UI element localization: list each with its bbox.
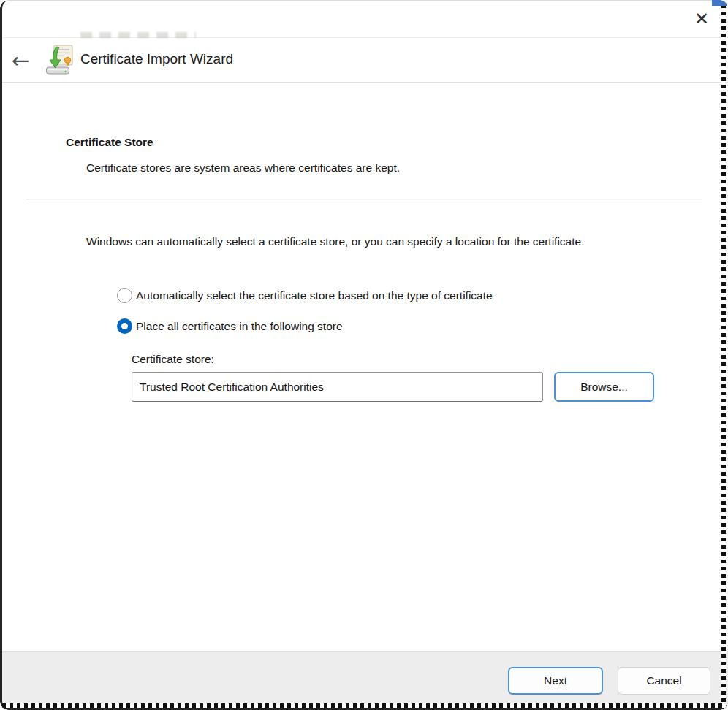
certificate-store-label: Certificate store: [132,353,214,366]
certificate-import-icon [45,45,73,75]
wizard-header: ← Certificate Import Wizard [0,39,728,83]
radio-option-label: Automatically select the certificate sto… [136,289,493,302]
close-icon[interactable]: ✕ [688,6,716,32]
radio-option-automatic[interactable]: Automatically select the certificate sto… [117,288,493,303]
section-divider [26,199,702,199]
wizard-title: Certificate Import Wizard [80,51,233,67]
background-window-corner [712,0,728,6]
page-title: Certificate Store [66,136,153,149]
back-arrow-icon[interactable]: ← [8,49,33,72]
titlebar: ✕ [0,0,728,38]
cancel-button[interactable]: Cancel [618,667,710,695]
clipped-text-artifact [80,32,196,38]
radio-option-place-all[interactable]: Place all certificates in the following … [117,318,343,334]
next-button[interactable]: Next [508,667,603,695]
radio-option-label: Place all certificates in the following … [136,320,343,333]
page-description: Certificate stores are system areas wher… [86,161,400,175]
intro-text: Windows can automatically select a certi… [86,233,598,251]
window-border [0,0,728,710]
radio-selected-icon[interactable] [117,318,132,334]
certificate-import-wizard-dialog: ✕ ← Certificate Import Wizard Certificat… [0,0,728,710]
radio-unselected-icon[interactable] [117,288,132,303]
selection-ants-right [721,4,726,708]
radio-dot [121,323,128,329]
certificate-store-input[interactable] [132,372,543,402]
browse-button[interactable]: Browse... [554,372,654,402]
footer-bar: Next Cancel [0,651,728,710]
